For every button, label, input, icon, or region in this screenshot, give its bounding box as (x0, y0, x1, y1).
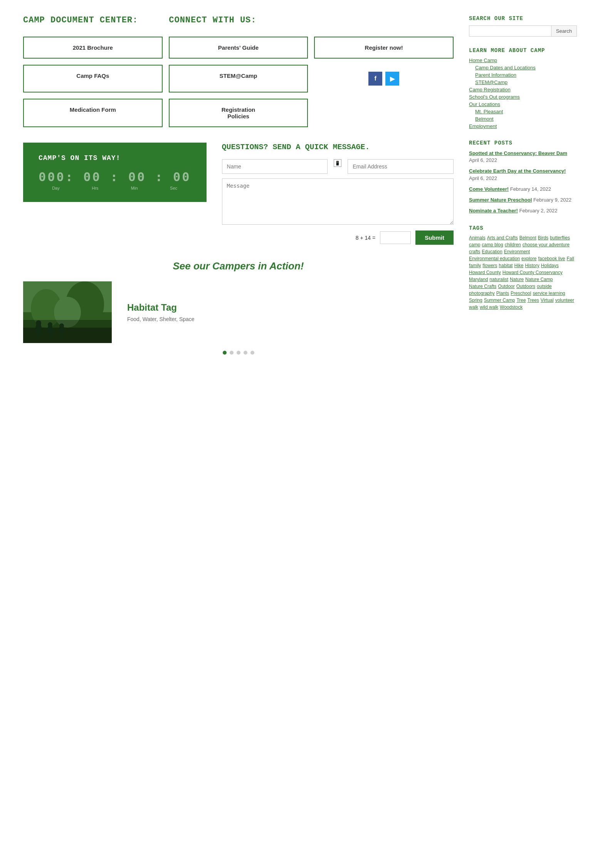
tag-butterflies[interactable]: butterflies (550, 235, 570, 241)
tag-photography[interactable]: photography (469, 291, 495, 296)
tag-nature-camp[interactable]: Nature Camp (525, 277, 553, 282)
learn-more-section: LEARN MORE ABOUT CAMP Home Camp Camp Dat… (469, 47, 577, 129)
tag-howard-county-conservancy[interactable]: Howard County Conservancy (503, 270, 563, 275)
tag-maryland[interactable]: Maryland (469, 277, 488, 282)
tag-arts-crafts[interactable]: Arts and Crafts (487, 235, 518, 241)
doc-2021-brochure[interactable]: 2021 Brochure (23, 37, 163, 59)
dot-2[interactable] (230, 351, 234, 355)
tag-animals[interactable]: Animals (469, 235, 486, 241)
search-input[interactable] (469, 26, 551, 36)
tag-belmont[interactable]: Belmont (519, 235, 536, 241)
tag-nature-crafts[interactable]: Nature Crafts (469, 284, 496, 289)
tag-nature[interactable]: Nature (510, 277, 524, 282)
name-input[interactable] (222, 159, 328, 174)
camper-card-subtitle: Food, Water, Shelter, Space (127, 316, 195, 322)
tag-explore[interactable]: explore (521, 256, 536, 261)
post-link-1[interactable]: Spotted at the Conservancy: Beaver Dam (469, 150, 567, 156)
post-link-3[interactable]: Come Volunteer! (469, 186, 509, 192)
countdown-box: CAMP'S ON ITS WAY! 000: 00 : 00 : 00 Day… (23, 143, 207, 202)
search-title: SEARCH OUR SITE (469, 15, 577, 22)
svg-point-11 (59, 323, 64, 328)
tag-camp-blog[interactable]: camp blog (482, 242, 503, 247)
facebook-icon[interactable]: f (368, 72, 382, 86)
post-link-5[interactable]: Nominate a Teacher! (469, 208, 518, 214)
dot-5[interactable] (250, 351, 254, 355)
tag-outdoors[interactable]: Outdoors (516, 284, 535, 289)
doc-parents-guide[interactable]: Parents' Guide (169, 37, 308, 59)
dot-4[interactable] (244, 351, 247, 355)
tag-outdoor[interactable]: Outdoor (498, 284, 514, 289)
nav-schools-out[interactable]: School's Out programs (469, 94, 577, 100)
nav-parent-info[interactable]: Parent Information (469, 72, 577, 78)
message-textarea[interactable] (222, 178, 454, 225)
tag-service-learning[interactable]: service learning (533, 291, 565, 296)
dot-1[interactable] (223, 351, 227, 355)
tag-crafts[interactable]: crafts (469, 249, 480, 254)
tag-env-education[interactable]: Environmental education (469, 256, 520, 261)
doc-stem-camp[interactable]: STEM@Camp (169, 65, 308, 93)
recent-posts-title: RECENT POSTS (469, 140, 577, 146)
svg-point-9 (48, 322, 52, 327)
tag-summer-camp[interactable]: Summer Camp (484, 298, 515, 303)
tag-birds[interactable]: Birds (538, 235, 548, 241)
tag-woodstock[interactable]: Woodstock (500, 304, 523, 310)
doc-register-now[interactable]: Register now! (314, 37, 454, 59)
nav-camp-registration[interactable]: Camp Registration (469, 87, 577, 93)
tag-facebook-live[interactable]: facebook live (538, 256, 565, 261)
tag-education[interactable]: Education (482, 249, 502, 254)
tag-howard-county[interactable]: Howard County (469, 270, 501, 275)
doc-camp-faqs[interactable]: Camp FAQs (23, 65, 163, 93)
recent-post-2: Celebrate Earth Day at the Conservancy! … (469, 168, 577, 182)
email-input[interactable] (348, 159, 454, 174)
tag-wild-walk[interactable]: wild walk (480, 304, 498, 310)
post-date-5: February 2, 2022 (519, 208, 558, 214)
nav-home-camp[interactable]: Home Camp (469, 57, 577, 63)
tag-fall[interactable]: Fall (567, 256, 574, 261)
tag-history[interactable]: History (525, 263, 539, 268)
post-link-2[interactable]: Celebrate Earth Day at the Conservancy! (469, 168, 566, 174)
tag-virtual[interactable]: Virtual (541, 298, 554, 303)
tag-spring[interactable]: Spring (469, 298, 482, 303)
tag-children[interactable]: children (505, 242, 521, 247)
post-link-4[interactable]: Summer Nature Preschool (469, 197, 532, 203)
tag-flowers[interactable]: flowers (482, 263, 497, 268)
submit-button[interactable]: Submit (415, 230, 454, 245)
recent-post-1: Spotted at the Conservancy: Beaver Dam A… (469, 150, 577, 164)
captcha-input[interactable] (380, 231, 411, 244)
doc-medication-form[interactable]: Medication Form (23, 99, 163, 127)
tag-outside[interactable]: outside (537, 284, 552, 289)
camper-card: Habitat Tag Food, Water, Shelter, Space (23, 281, 454, 343)
tag-camp[interactable]: camp (469, 242, 480, 247)
countdown-labels: Day Hrs Min Sec (39, 186, 191, 190)
tag-volunteer[interactable]: volunteer (555, 298, 574, 303)
tag-family[interactable]: family (469, 263, 481, 268)
tag-naturalist[interactable]: naturalist (489, 277, 508, 282)
nav-our-locations[interactable]: Our Locations (469, 101, 577, 107)
tag-tree[interactable]: Tree (516, 298, 526, 303)
tag-choose-adventure[interactable]: choose your adventure (523, 242, 570, 247)
nav-stem-camp[interactable]: STEM@Camp (469, 79, 577, 85)
nav-belmont[interactable]: Belmont (469, 116, 577, 122)
tag-holidays[interactable]: Holidays (541, 263, 559, 268)
countdown-sec-label: Sec (156, 186, 191, 190)
dot-3[interactable] (237, 351, 240, 355)
tag-plants[interactable]: Plants (496, 291, 509, 296)
doc-registration-policies[interactable]: RegistrationPolicies (169, 99, 308, 127)
tags-title: TAGS (469, 225, 577, 231)
tag-habitat[interactable]: habitat (499, 263, 513, 268)
tags-section: TAGS Animals Arts and Crafts Belmont Bir… (469, 225, 577, 310)
tag-walk[interactable]: walk (469, 304, 478, 310)
twitter-icon[interactable]: ▶ (385, 72, 399, 86)
tag-preschool[interactable]: Preschool (511, 291, 531, 296)
tag-hike[interactable]: Hike (514, 263, 523, 268)
tag-environment[interactable]: Environment (504, 249, 530, 254)
tag-trees[interactable]: Trees (528, 298, 539, 303)
post-date-2: April 6, 2022 (469, 175, 497, 181)
nav-mt-pleasant[interactable]: Mt. Pleasant (469, 109, 577, 114)
campers-title: See our Campers in Action! (23, 260, 454, 272)
connect-title: CONNECT WITH US: (169, 15, 256, 25)
nav-employment[interactable]: Employment (469, 123, 577, 129)
search-button[interactable]: Search (551, 26, 576, 36)
post-date-3: February 14, 2022 (510, 186, 551, 192)
nav-camp-dates[interactable]: Camp Dates and Locations (469, 65, 577, 71)
